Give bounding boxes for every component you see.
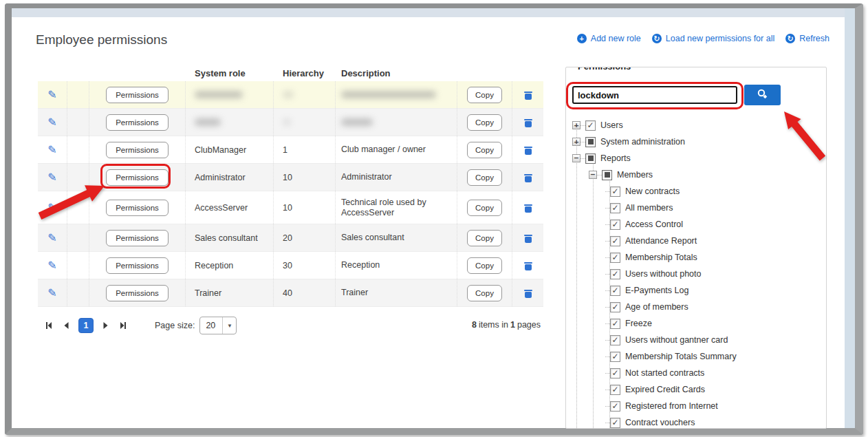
- tree-node-label[interactable]: Membership Totals: [625, 253, 697, 262]
- permission-checkbox[interactable]: [610, 203, 620, 213]
- permission-checkbox[interactable]: [610, 352, 620, 362]
- tree-connector-line: [605, 257, 610, 258]
- tree-node-label[interactable]: Users: [600, 120, 623, 130]
- copy-button[interactable]: Copy: [467, 285, 502, 301]
- header-action-link[interactable]: + Add new role: [577, 34, 641, 43]
- permission-checkbox[interactable]: [610, 269, 620, 279]
- tree-expander-icon[interactable]: −: [589, 171, 597, 179]
- permission-checkbox[interactable]: [610, 286, 620, 296]
- trash-icon[interactable]: [524, 145, 532, 155]
- permission-checkbox[interactable]: [585, 120, 596, 131]
- permission-checkbox[interactable]: [610, 368, 620, 379]
- edit-pencil-icon[interactable]: ✎: [47, 116, 56, 129]
- permission-search-input[interactable]: [572, 86, 737, 104]
- tree-node-label[interactable]: Freeze: [625, 319, 652, 328]
- header-action-label: Refresh: [799, 34, 829, 43]
- trash-icon[interactable]: [524, 288, 532, 298]
- edit-pencil-icon[interactable]: ✎: [47, 171, 56, 184]
- permission-checkbox[interactable]: [602, 170, 612, 180]
- tree-node-label[interactable]: Members: [617, 170, 653, 180]
- redacted-text-blur: [195, 118, 221, 126]
- edit-pencil-icon[interactable]: ✎: [47, 143, 56, 156]
- tree-node-label[interactable]: All members: [625, 203, 673, 213]
- tree-node-label[interactable]: Registered from Internet: [625, 401, 718, 411]
- permission-checkbox[interactable]: [585, 153, 596, 164]
- permissions-button[interactable]: Permissions: [106, 114, 169, 131]
- trash-icon[interactable]: [524, 118, 532, 127]
- copy-button[interactable]: Copy: [467, 200, 502, 216]
- copy-button[interactable]: Copy: [467, 87, 502, 103]
- tree-node-label[interactable]: E-Payments Log: [625, 286, 688, 295]
- header-action-label: Add new role: [591, 34, 641, 43]
- header-action-link[interactable]: ↻ Load new permissions for all: [652, 34, 774, 43]
- permission-checkbox[interactable]: [610, 186, 620, 197]
- tree-node: New contracts: [570, 183, 825, 200]
- table-row: ✎ Permissions ClubManager 1 Club manager…: [38, 136, 543, 164]
- trash-icon[interactable]: [524, 173, 532, 182]
- permission-checkbox[interactable]: [610, 385, 620, 395]
- trash-icon[interactable]: [524, 233, 532, 243]
- page-size-dropdown[interactable]: 20 ▼: [199, 317, 237, 334]
- permission-checkbox[interactable]: [610, 220, 620, 230]
- edit-pencil-icon[interactable]: ✎: [47, 88, 56, 101]
- tree-node-label[interactable]: Access Control: [625, 220, 683, 229]
- tree-node-label[interactable]: Contract vouchers: [625, 418, 695, 427]
- pager-prev-icon[interactable]: [61, 321, 71, 330]
- pager-last-icon[interactable]: [118, 321, 128, 330]
- header-action-link[interactable]: ↻ Refresh: [785, 34, 829, 43]
- tree-node-label[interactable]: Membership Totals Summary: [625, 352, 737, 361]
- trash-icon[interactable]: [524, 261, 532, 270]
- permission-checkbox[interactable]: [610, 418, 620, 428]
- permissions-button[interactable]: Permissions: [106, 169, 169, 186]
- tree-expander-icon[interactable]: +: [572, 138, 581, 146]
- search-button[interactable]: [744, 85, 781, 105]
- tree-node-label[interactable]: Users without gantner card: [625, 335, 728, 345]
- permission-checkbox[interactable]: [610, 401, 620, 412]
- permissions-button[interactable]: Permissions: [106, 257, 169, 274]
- copy-button[interactable]: Copy: [467, 169, 502, 186]
- tree-node: Membership Totals: [570, 249, 825, 266]
- pager-current-page[interactable]: 1: [78, 318, 94, 333]
- tree-node-label[interactable]: Users without photo: [625, 269, 701, 279]
- table-row: ✎ Permissions Sales consultant 20 Sales …: [38, 224, 543, 252]
- trash-icon[interactable]: [524, 90, 532, 100]
- copy-button[interactable]: Copy: [467, 142, 502, 158]
- edit-pencil-icon[interactable]: ✎: [47, 201, 56, 214]
- pager-next-icon[interactable]: [101, 321, 111, 330]
- permission-checkbox[interactable]: [610, 302, 620, 312]
- description-value: Technical role used by AccessServer: [341, 198, 453, 218]
- edit-pencil-icon[interactable]: ✎: [47, 259, 56, 272]
- tree-expander-icon[interactable]: +: [572, 121, 581, 129]
- permissions-tree: + Users + System administration − Report…: [570, 117, 825, 428]
- tree-expander-icon[interactable]: −: [572, 154, 581, 162]
- tree-node-label[interactable]: Attendance Report: [625, 236, 697, 246]
- tree-node-label[interactable]: System administration: [600, 137, 685, 147]
- permission-checkbox[interactable]: [610, 236, 620, 246]
- chevron-down-icon[interactable]: ▼: [222, 317, 236, 334]
- permissions-button[interactable]: Permissions: [106, 142, 169, 158]
- permission-checkbox[interactable]: [610, 335, 620, 345]
- permissions-button[interactable]: Permissions: [106, 87, 169, 103]
- copy-button[interactable]: Copy: [467, 257, 502, 274]
- permission-checkbox[interactable]: [610, 319, 620, 329]
- pager-first-icon[interactable]: [44, 321, 54, 330]
- tree-node-label[interactable]: Not started contracts: [625, 368, 704, 378]
- permissions-button[interactable]: Permissions: [106, 200, 169, 216]
- tree-node-label[interactable]: Expired Credit Cards: [625, 385, 705, 394]
- tree-node-label[interactable]: New contracts: [625, 186, 680, 196]
- page-size-value: 20: [200, 321, 222, 330]
- permissions-button[interactable]: Permissions: [106, 285, 169, 301]
- permission-checkbox[interactable]: [585, 137, 596, 147]
- tree-node: Freeze: [570, 315, 825, 332]
- edit-pencil-icon[interactable]: ✎: [47, 231, 56, 244]
- trash-icon[interactable]: [524, 203, 532, 213]
- permissions-button[interactable]: Permissions: [106, 230, 169, 246]
- tree-node-label[interactable]: Reports: [600, 153, 631, 163]
- permission-checkbox[interactable]: [610, 253, 620, 263]
- tree-node: E-Payments Log: [570, 282, 825, 299]
- edit-pencil-icon[interactable]: ✎: [47, 286, 56, 299]
- copy-button[interactable]: Copy: [467, 114, 502, 131]
- copy-button[interactable]: Copy: [467, 230, 502, 246]
- tree-node-label[interactable]: Age of members: [625, 302, 688, 312]
- tree-connector-line: [581, 158, 585, 159]
